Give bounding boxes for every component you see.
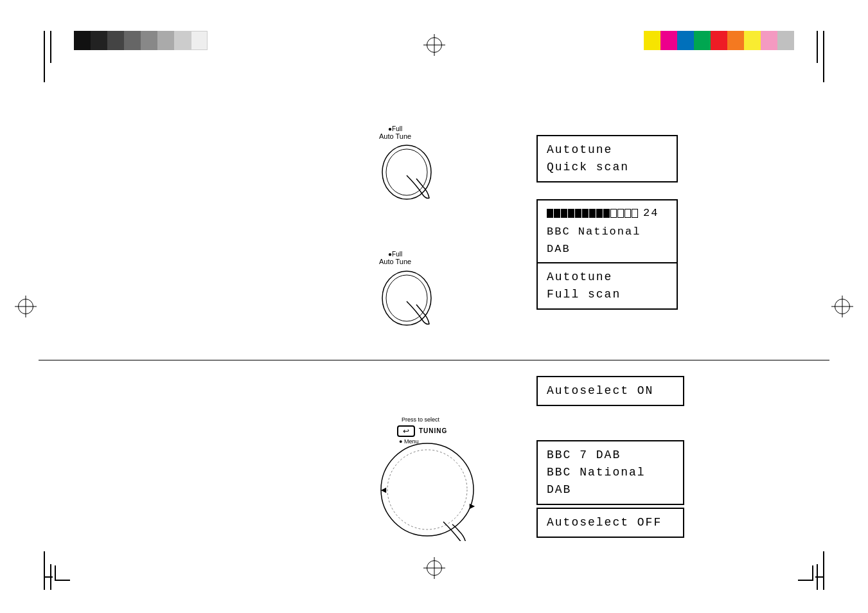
pb-4: [568, 209, 574, 218]
swatch-1: [74, 31, 91, 50]
divider-horizontal: [39, 360, 829, 360]
swatch-blue: [677, 31, 694, 50]
color-bar: [644, 31, 794, 50]
knob-svg-2: [378, 266, 442, 330]
swatch-7: [174, 31, 191, 50]
swatch-lightpink: [761, 31, 777, 50]
crosshair-top: [427, 37, 442, 53]
lcd-line1-quick: Autotune: [547, 141, 668, 159]
tuning-knob-svg: ◄ ►: [373, 432, 482, 541]
swatch-lightyellow: [744, 31, 761, 50]
auto-tune-label-1: Auto Tune: [379, 132, 411, 140]
pb-3: [561, 209, 567, 218]
svg-point-7: [387, 450, 467, 529]
corner-br: [798, 565, 813, 581]
swatch-red: [711, 31, 727, 50]
crosshair-bottom: [427, 560, 442, 576]
lcd-line1-full: Autotune: [547, 269, 668, 286]
left-line-top: [44, 31, 45, 82]
swatch-3: [107, 31, 124, 50]
progress-line2: BBC National DAB: [547, 223, 668, 258]
crosshair-left: [18, 299, 33, 314]
pb-12: [624, 209, 631, 218]
full-bullet-label-1: ●Full: [379, 125, 411, 132]
lcd-autotune-quick: Autotune Quick scan: [536, 135, 678, 182]
lcd-bbc7-dab: BBC 7 DAB BBC National DAB: [536, 440, 684, 505]
full-bullet-label-2: ●Full: [379, 251, 411, 258]
pb-6: [582, 209, 589, 218]
right-line-top: [823, 31, 824, 82]
auto-tune-knob-quick-label: ●Full Auto Tune: [379, 125, 411, 140]
left-line-top2: [50, 31, 51, 63]
lcd-line2-full: Full scan: [547, 286, 668, 303]
swatch-4: [124, 31, 141, 50]
lcd-progress: 24 BBC National DAB: [536, 199, 678, 263]
swatch-5: [141, 31, 157, 50]
svg-text:◄: ◄: [379, 484, 388, 495]
corner-bl: [55, 565, 70, 581]
svg-point-2: [382, 271, 431, 325]
lcd-autoselect-off: Autoselect OFF: [536, 508, 684, 538]
pb-13: [632, 209, 638, 218]
svg-point-4: [381, 443, 474, 536]
swatch-pink: [660, 31, 677, 50]
progress-number: 24: [643, 204, 659, 222]
swatch-green: [694, 31, 711, 50]
corner-bl2: [44, 569, 53, 578]
pb-5: [575, 209, 581, 218]
swatch-2: [91, 31, 107, 50]
lcd-autotune-full: Autotune Full scan: [536, 262, 678, 310]
svg-text:►: ►: [468, 501, 477, 511]
pb-1: [547, 209, 553, 218]
progress-blocks-filled: [547, 209, 638, 218]
corner-br2: [815, 569, 824, 578]
auto-tune-label-2: Auto Tune: [379, 258, 411, 265]
crosshair-right: [835, 299, 850, 314]
svg-point-1: [386, 149, 427, 195]
lcd-autoselect-on: Autoselect ON: [536, 376, 684, 406]
lcd-autoselect-on-text: Autoselect ON: [547, 382, 674, 400]
pb-8: [596, 209, 603, 218]
bw-color-bar: [74, 31, 208, 50]
lcd-bbc7-line2: BBC National DAB: [547, 464, 674, 499]
lcd-bbc7-line1: BBC 7 DAB: [547, 447, 674, 464]
svg-point-0: [382, 145, 431, 199]
swatch-8: [191, 31, 208, 50]
pb-2: [554, 209, 560, 218]
swatch-6: [157, 31, 174, 50]
auto-tune-knob-full-label: ●Full Auto Tune: [379, 251, 411, 265]
knob-svg-1: [378, 140, 442, 204]
lcd-line2-quick: Quick scan: [547, 159, 668, 176]
press-to-select-label: Press to select: [402, 416, 439, 423]
pb-10: [610, 209, 617, 218]
pb-11: [617, 209, 624, 218]
svg-point-3: [386, 275, 427, 321]
progress-bar-row: 24: [547, 204, 668, 222]
pb-7: [589, 209, 596, 218]
right-line-top2: [817, 31, 818, 63]
swatch-yellow: [644, 31, 660, 50]
lcd-autoselect-off-text: Autoselect OFF: [547, 514, 674, 531]
swatch-orange: [727, 31, 744, 50]
swatch-silver: [777, 31, 794, 50]
pb-9: [603, 209, 610, 218]
